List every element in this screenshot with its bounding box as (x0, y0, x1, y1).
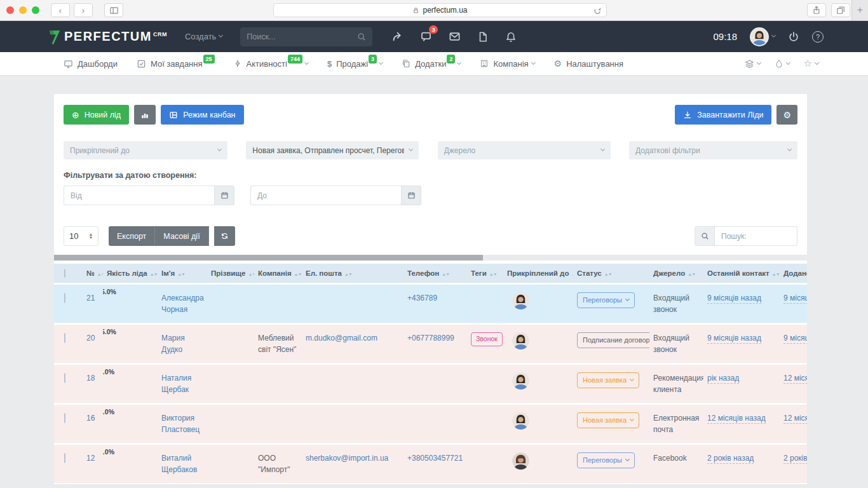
attached-user-avatar[interactable] (512, 332, 529, 349)
sort-icon[interactable]: ▲▼ (248, 272, 254, 276)
page-size-select[interactable]: 10 ▲▼ (64, 226, 98, 246)
lead-last-name[interactable]: Дудко (161, 345, 182, 354)
menu-item-addons[interactable]: Додатки2 (402, 59, 461, 69)
column-header[interactable]: Ел. пошта▲▼ (302, 264, 403, 284)
create-dropdown[interactable]: Создать (185, 32, 222, 41)
lead-last-name[interactable]: Щербаков (161, 465, 197, 474)
lead-number[interactable]: 18 (86, 374, 95, 383)
sort-icon[interactable]: ▲▼ (97, 272, 103, 276)
row-checkbox[interactable] (64, 373, 65, 383)
scrollbar-thumb[interactable] (54, 255, 483, 261)
last-contact[interactable]: 2 років назад (707, 454, 754, 464)
last-contact[interactable]: рік назад (707, 374, 739, 384)
menu-item-activities[interactable]: Активності744 (233, 59, 308, 69)
column-header[interactable]: Останній контакт▲▼ (703, 264, 780, 284)
column-header[interactable]: Якість ліда▲▼ (103, 264, 158, 284)
lead-phone[interactable]: +380503457721 (407, 454, 463, 463)
minimize-window-button[interactable] (19, 6, 27, 14)
column-header[interactable]: Джерело▲▼ (649, 264, 703, 284)
menu-item-my-tasks[interactable]: Мої завдання25 (137, 59, 214, 69)
documents-button[interactable] (477, 31, 489, 43)
sidebar-toggle-button[interactable] (104, 3, 123, 17)
lead-status-select[interactable]: Новая заявка (577, 412, 639, 428)
lead-number[interactable]: 12 (86, 454, 95, 463)
lead-number[interactable]: 20 (86, 334, 95, 342)
refresh-table-button[interactable] (214, 226, 235, 246)
lead-first-name[interactable]: Виталий (161, 454, 191, 463)
mail-button[interactable] (449, 30, 461, 43)
zoom-window-button[interactable] (32, 6, 39, 14)
column-header[interactable]: Ім'я▲▼ (158, 264, 207, 284)
help-button[interactable]: ? (812, 31, 824, 43)
menu-item-company[interactable]: Компанія (480, 59, 534, 69)
global-search[interactable] (240, 27, 372, 46)
select-all-checkbox[interactable] (64, 269, 65, 278)
app-logo[interactable]: PERFECTUM CRM (48, 29, 167, 44)
date-to-picker-button[interactable] (401, 186, 421, 205)
lead-first-name[interactable]: Наталия (161, 374, 191, 383)
column-header[interactable]: Прізвище▲▼ (207, 264, 254, 284)
lead-first-name[interactable]: Виктория (161, 414, 194, 423)
attached-user-avatar[interactable] (512, 452, 529, 470)
lead-email[interactable]: m.dudko@gmail.com (306, 334, 377, 342)
additional-filters[interactable]: Додаткові фільтри (629, 141, 797, 159)
lead-phone[interactable]: +436789 (407, 294, 437, 302)
lead-number[interactable]: 16 (86, 414, 95, 423)
lead-last-name[interactable]: Щербак (161, 385, 189, 394)
forward-action-button[interactable] (391, 30, 403, 43)
date-from-picker-button[interactable] (214, 186, 234, 205)
menu-item-settings[interactable]: ⚙Налаштування (554, 58, 623, 69)
notifications-button[interactable] (505, 31, 517, 43)
sort-icon[interactable]: ▲▼ (688, 272, 695, 276)
date-from-input[interactable] (64, 186, 214, 205)
table-settings-button[interactable]: ⚙ (776, 105, 797, 125)
source-filter[interactable]: Джерело (438, 141, 611, 159)
new-lead-button[interactable]: ⊕ Новий лід (64, 105, 129, 125)
lead-last-name[interactable]: Чорная (161, 305, 187, 314)
sort-icon[interactable]: ▲▼ (571, 272, 573, 276)
tabs-overview-button[interactable] (831, 3, 850, 17)
favorites-dropdown[interactable]: ☆ (804, 58, 818, 69)
mass-actions-button[interactable]: Масові дії (155, 226, 208, 246)
close-window-button[interactable] (6, 6, 14, 14)
global-search-input[interactable] (247, 32, 357, 41)
chart-view-button[interactable] (134, 105, 156, 125)
lead-first-name[interactable]: Мария (161, 334, 185, 342)
column-header[interactable]: Телефон▲▼ (403, 264, 467, 284)
logout-button[interactable] (788, 31, 799, 43)
sort-icon[interactable]: ▲▼ (442, 272, 449, 276)
lead-tag[interactable]: Звонок (471, 332, 503, 346)
lead-status-select[interactable]: Новая заявка (577, 372, 639, 388)
row-checkbox[interactable] (64, 453, 65, 463)
lead-first-name[interactable]: Александра (161, 294, 204, 302)
attached-user-avatar[interactable] (512, 412, 529, 430)
row-checkbox[interactable] (64, 333, 65, 343)
menu-item-sales[interactable]: $Продажі3 (327, 59, 383, 69)
attached-user-avatar[interactable] (512, 372, 529, 390)
column-header[interactable]: №▲▼ (83, 264, 103, 284)
attached-to-filter[interactable]: Прикріплений до (64, 141, 227, 159)
lead-phone[interactable]: +0677788999 (407, 334, 454, 342)
user-menu[interactable] (750, 27, 775, 46)
date-added[interactable]: 12 місяців назад (783, 414, 807, 424)
layers-dropdown[interactable] (745, 59, 761, 69)
table-search-input[interactable] (715, 226, 797, 246)
export-button[interactable]: Експорт (109, 226, 155, 246)
download-leads-button[interactable]: Завантажити Ліди (675, 105, 771, 125)
browser-back-button[interactable]: ‹ (51, 3, 70, 17)
kanban-mode-button[interactable]: Режим канбан (161, 105, 243, 125)
horizontal-scrollbar[interactable] (54, 255, 807, 261)
sort-icon[interactable]: ▲▼ (344, 272, 352, 276)
last-contact[interactable]: 9 місяців назад (707, 294, 761, 304)
column-header[interactable]: Прикріплений до▲▼ (503, 264, 573, 284)
column-header[interactable]: Компанія▲▼ (254, 264, 302, 284)
lead-status-select[interactable]: Переговоры (577, 292, 635, 308)
date-added[interactable]: 12 місяців назад (783, 374, 807, 384)
lead-status-select[interactable]: Подписание договора (577, 332, 649, 348)
sort-icon[interactable]: ▲▼ (150, 272, 158, 276)
url-bar[interactable]: perfectum.ua (273, 3, 607, 17)
chat-button[interactable]: 3 (420, 30, 432, 43)
column-header[interactable]: Теги▲▼ (467, 264, 503, 284)
sort-icon[interactable]: ▲▼ (772, 272, 780, 276)
sort-icon[interactable]: ▲▼ (604, 272, 612, 276)
